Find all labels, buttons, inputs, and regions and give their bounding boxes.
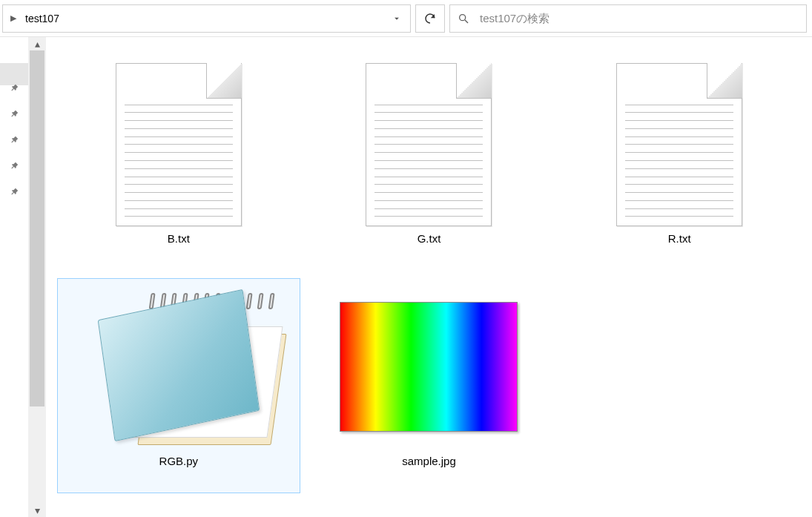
file-icon-area (62, 283, 295, 450)
text-file-icon (616, 63, 742, 226)
history-dropdown[interactable] (385, 5, 407, 32)
chevron-down-icon (392, 13, 402, 24)
file-label: R.txt (668, 232, 691, 245)
refresh-icon (423, 12, 437, 25)
file-icon-area (313, 283, 546, 450)
pin-icon (6, 134, 22, 150)
file-label: RGB.py (159, 455, 199, 467)
text-file-icon (116, 63, 242, 226)
file-item[interactable]: G.txt (308, 56, 551, 271)
scroll-down-icon[interactable]: ▾ (28, 504, 46, 517)
refresh-button[interactable] (415, 4, 445, 33)
chevron-right-icon: ▶ (6, 13, 21, 23)
notepad-file-icon (93, 289, 264, 445)
file-item[interactable]: R.txt (558, 56, 801, 271)
search-input[interactable] (480, 12, 799, 24)
search-icon (458, 13, 469, 24)
image-thumbnail-icon (340, 302, 518, 432)
file-label: sample.jpg (402, 455, 456, 467)
file-icon-area (62, 61, 295, 228)
svg-point-0 (460, 14, 466, 20)
scroll-up-icon[interactable]: ▴ (28, 37, 46, 50)
file-item[interactable]: sample.jpg (308, 278, 551, 493)
file-item[interactable]: B.txt (57, 56, 300, 271)
pin-icon (6, 185, 22, 202)
file-label: B.txt (168, 232, 190, 245)
main-area: ▴ ▾ B.txtG.txtR.txtRGB.pysample.jpg (0, 37, 812, 517)
breadcrumb[interactable]: ▶ test107 (2, 4, 411, 33)
navigation-pane[interactable] (0, 37, 28, 517)
nav-scrollbar[interactable]: ▴ ▾ (28, 37, 46, 517)
file-label: G.txt (417, 232, 441, 245)
breadcrumb-current[interactable]: test107 (21, 10, 64, 27)
pin-icon (6, 159, 22, 176)
search-box[interactable] (449, 4, 807, 33)
scroll-thumb[interactable] (30, 50, 44, 406)
file-grid[interactable]: B.txtG.txtR.txtRGB.pysample.jpg (46, 37, 812, 517)
file-item[interactable]: RGB.py (57, 278, 300, 493)
text-file-icon (366, 63, 492, 226)
pin-icon (6, 108, 22, 124)
svg-line-1 (465, 20, 468, 23)
file-icon-area (563, 61, 796, 228)
file-icon-area (313, 61, 546, 228)
address-toolbar: ▶ test107 (0, 0, 812, 37)
